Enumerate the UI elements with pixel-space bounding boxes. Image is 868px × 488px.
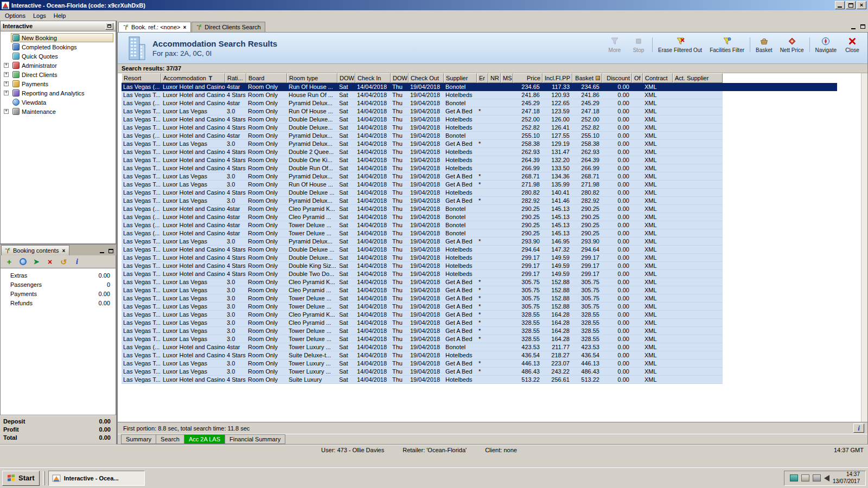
result-row-2[interactable]: Las Vegas T...Luxor Hotel and Casino4 St…	[122, 91, 723, 99]
column-header-act_supplier[interactable]: Act. Supplier	[673, 73, 723, 83]
start-button[interactable]: Start	[2, 471, 40, 486]
booking-contents-row-payments[interactable]: Payments 0.00	[1, 289, 116, 298]
result-row-5[interactable]: Las Vegas T...Luxor Hotel and Casino4 St…	[122, 115, 723, 124]
result-row-28[interactable]: Las Vegas T...Luxor Las Vegas3.0Room Onl…	[122, 303, 723, 311]
result-row-25[interactable]: Las Vegas T...Luxor Las Vegas3.0Room Onl…	[122, 278, 723, 286]
result-row-9[interactable]: Las Vegas T...Luxor Hotel and Casino4 St…	[122, 148, 723, 156]
revert-icon[interactable]: ↺	[59, 258, 68, 266]
add-icon[interactable]: +	[5, 258, 14, 266]
column-header-check_out[interactable]: Check Out	[409, 73, 444, 83]
tab-financial-summary[interactable]: Financial Summary	[225, 434, 285, 444]
result-row-37[interactable]: Las Vegas T...Luxor Hotel and Casino4 St…	[122, 376, 723, 384]
column-header-rating[interactable]: Rati...	[225, 73, 246, 83]
printer-icon[interactable]	[813, 474, 821, 481]
tab-close-icon[interactable]: ×	[183, 24, 187, 30]
export-icon[interactable]: ➤	[32, 258, 41, 266]
column-header-supplier[interactable]: Supplier	[444, 73, 477, 83]
result-row-6[interactable]: Las Vegas T...Luxor Hotel and Casino4 St…	[122, 124, 723, 132]
menu-logs[interactable]: Logs	[29, 11, 50, 20]
sidebar-item-quick-quotes[interactable]: Quick Quotes	[1, 52, 116, 61]
more-button[interactable]: More	[603, 35, 627, 54]
collapse-panel-button[interactable]	[105, 23, 113, 30]
panel-minimize-button[interactable]	[98, 247, 106, 254]
nett-price-button[interactable]: Nett Price	[776, 35, 808, 54]
column-header-discount[interactable]: Discount	[602, 73, 632, 83]
sidebar-item-reporting-and-analytics[interactable]: + Reporting and Analytics	[1, 88, 116, 98]
delete-icon[interactable]: ×	[46, 258, 54, 266]
refresh-globe-icon[interactable]	[18, 258, 27, 266]
result-row-20[interactable]: Las Vegas T...Luxor Las Vegas3.0Room Onl…	[122, 237, 723, 246]
tray-clock[interactable]: 14:37 13/07/2017	[833, 471, 860, 485]
result-row-11[interactable]: Las Vegas T...Luxor Hotel and Casino4 St…	[122, 164, 723, 172]
navigate-button[interactable]: Navigate	[812, 35, 840, 54]
volume-icon[interactable]	[824, 475, 829, 481]
tab-search[interactable]: Search	[156, 434, 184, 444]
input-device-icon[interactable]	[801, 474, 809, 481]
panel-restore-button[interactable]	[107, 247, 115, 254]
result-row-36[interactable]: Las Vegas T...Luxor Las Vegas3.0Room Onl…	[122, 368, 723, 376]
sidebar-item-new-booking[interactable]: New Booking	[1, 33, 116, 42]
taskbar-task-interactive[interactable]: Interactive - Ocea...	[48, 471, 145, 486]
result-row-1[interactable]: Las Vegas (...Luxor Hotel and Casino4sta…	[122, 83, 837, 91]
result-row-7[interactable]: Las Vegas (...Luxor Hotel and Casino4sta…	[122, 132, 723, 140]
column-header-dow_out[interactable]: DOW	[391, 73, 409, 83]
display-icon[interactable]	[790, 474, 798, 481]
result-row-18[interactable]: Las Vegas (...Luxor Hotel and Casino4sta…	[122, 221, 723, 229]
stop-button[interactable]: Stop	[627, 35, 650, 54]
column-header-ms[interactable]: MS	[501, 73, 513, 83]
window-close-button[interactable]: ×	[857, 1, 866, 9]
column-header-dow_in[interactable]: DOW	[337, 73, 355, 83]
sidebar-item-administrator[interactable]: + Administrator	[1, 61, 116, 70]
sidebar-item-maintenance[interactable]: + Maintenance	[1, 107, 116, 116]
result-row-19[interactable]: Las Vegas (...Luxor Hotel and Casino4sta…	[122, 229, 723, 237]
window-maximize-button[interactable]	[846, 1, 856, 9]
menu-help[interactable]: Help	[50, 11, 70, 20]
workspace-restore-button[interactable]	[858, 23, 867, 30]
info-icon[interactable]: i	[73, 258, 81, 266]
result-row-22[interactable]: Las Vegas T...Luxor Hotel and Casino4 St…	[122, 254, 723, 262]
tab-book-ref[interactable]: Book. ref.: <none> ×	[118, 22, 191, 32]
result-row-23[interactable]: Las Vegas T...Luxor Hotel and Casino4 St…	[122, 262, 723, 270]
result-row-30[interactable]: Las Vegas T...Luxor Las Vegas3.0Room Onl…	[122, 319, 723, 327]
column-header-check_in[interactable]: Check In	[355, 73, 391, 83]
column-sort-icon[interactable]	[596, 76, 600, 80]
tab-direct-clients-search[interactable]: Direct Clients Search	[192, 22, 265, 32]
result-row-32[interactable]: Las Vegas T...Luxor Las Vegas3.0Room Onl…	[122, 335, 723, 343]
tab-summary[interactable]: Summary	[121, 434, 156, 444]
sidebar-item-payments[interactable]: + Payments	[1, 79, 116, 88]
column-header-room_type[interactable]: Room type	[287, 73, 337, 83]
info-button[interactable]: i	[853, 423, 864, 433]
expand-icon[interactable]: +	[4, 72, 9, 77]
result-row-14[interactable]: Las Vegas T...Luxor Hotel and Casino4 St…	[122, 189, 723, 197]
column-header-incl_fl_pp[interactable]: Incl.Fl.PP	[542, 73, 572, 83]
result-row-13[interactable]: Las Vegas T...Luxor Las Vegas3.0Room Onl…	[122, 181, 723, 189]
result-row-27[interactable]: Las Vegas T...Luxor Las Vegas3.0Room Onl…	[122, 294, 723, 303]
result-row-8[interactable]: Las Vegas T...Luxor Las Vegas3.0Room Onl…	[122, 140, 723, 148]
sidebar-item-completed-bookings[interactable]: Completed Bookings	[1, 42, 116, 52]
result-row-33[interactable]: Las Vegas (...Luxor Hotel and Casino4sta…	[122, 343, 723, 351]
result-row-21[interactable]: Las Vegas T...Luxor Hotel and Casino4 St…	[122, 246, 723, 254]
close-results-button[interactable]: Close	[840, 35, 864, 54]
column-header-basket[interactable]: Basket	[572, 73, 602, 83]
result-row-17[interactable]: Las Vegas (...Luxor Hotel and Casino4sta…	[122, 213, 723, 221]
result-row-34[interactable]: Las Vegas T...Luxor Hotel and Casino4 St…	[122, 351, 723, 359]
booking-contents-row-passengers[interactable]: Passengers 0	[1, 280, 116, 289]
expand-icon[interactable]: +	[4, 91, 9, 95]
close-panel-icon[interactable]: ×	[61, 248, 66, 254]
result-row-16[interactable]: Las Vegas (...Luxor Hotel and Casino4sta…	[122, 205, 723, 213]
vertical-scrollbar[interactable]	[861, 73, 867, 422]
expand-icon[interactable]: +	[4, 63, 9, 68]
result-row-4[interactable]: Las Vegas T...Luxor Las Vegas3.0Room Onl…	[122, 107, 723, 115]
basket-button[interactable]: Basket	[752, 35, 776, 54]
column-header-price[interactable]: Price	[513, 73, 542, 83]
column-header-accommodation[interactable]: Accommodation	[161, 73, 225, 83]
window-minimize-button[interactable]	[835, 1, 845, 9]
column-header-of[interactable]: Of	[632, 73, 643, 83]
result-row-10[interactable]: Las Vegas T...Luxor Hotel and Casino4 St…	[122, 156, 723, 164]
tab-acc-2a-las[interactable]: Acc 2A LAS	[184, 434, 225, 444]
result-row-26[interactable]: Las Vegas T...Luxor Las Vegas3.0Room Onl…	[122, 286, 723, 294]
result-row-29[interactable]: Las Vegas T...Luxor Las Vegas3.0Room Onl…	[122, 311, 723, 319]
menu-options[interactable]: Options	[1, 11, 29, 20]
expand-icon[interactable]: +	[4, 81, 9, 86]
column-header-er[interactable]: Er	[477, 73, 488, 83]
